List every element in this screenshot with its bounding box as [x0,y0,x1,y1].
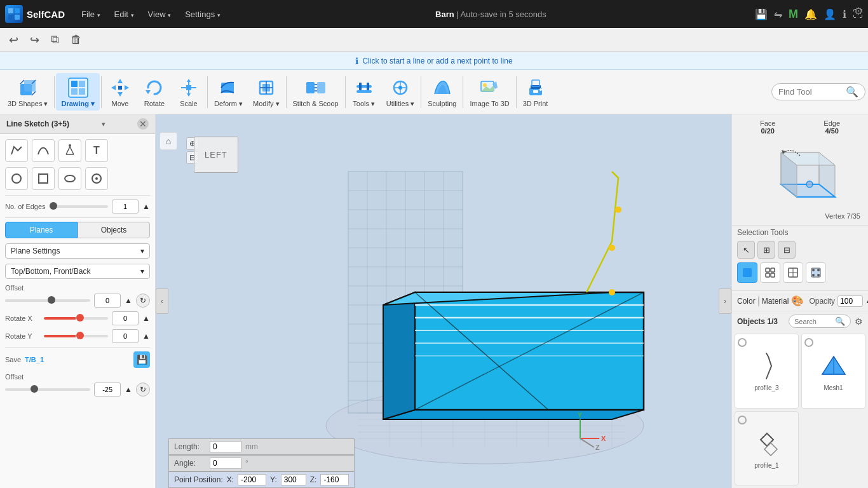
curve-tool[interactable] [32,139,55,162]
sel-tool-box[interactable]: ⊞ [757,241,775,259]
tool-modify[interactable]: Modify ▾ [248,73,284,111]
edges-spin-up[interactable]: ▲ [142,202,150,211]
text-tool[interactable]: T [85,139,108,162]
tool-sculpting[interactable]: Sculpting [423,73,461,111]
collapse-right-icon[interactable]: › [719,288,731,314]
opacity-input[interactable] [837,295,863,307]
find-tool-box[interactable]: 🔍 [771,83,865,100]
collapse-left-button[interactable]: ‹ [156,288,168,314]
tool-stitch-scoop[interactable]: Stitch & Scoop [288,73,344,111]
app-logo[interactable]: SelfCAD [5,5,65,23]
m-icon[interactable]: M [789,8,798,21]
objects-search-box[interactable]: 🔍 [789,315,851,328]
tool-image-to-3d[interactable]: Image To 3D [465,73,514,111]
circle-sketch-tool[interactable] [5,167,28,190]
sel-tool-lasso[interactable]: ⊟ [778,241,796,259]
offset2-slider[interactable] [5,388,90,391]
tool-scale[interactable]: Scale [172,73,206,111]
material-icon[interactable]: 🎨 [791,295,804,307]
angle-input[interactable] [210,458,241,469]
offset2-input[interactable] [94,383,121,396]
pen-tool[interactable] [58,139,81,162]
tool-drawing[interactable]: Drawing ▾ [56,73,99,111]
stitch-scoop-icon [304,76,328,100]
tool-rotate[interactable]: Rotate [137,73,172,111]
redo-button[interactable]: ↪ [26,30,43,50]
edges-input[interactable] [112,200,139,214]
mode-solid[interactable] [737,262,757,283]
obj-card-mesh1[interactable]: Mesh1 [801,334,865,409]
svg-rect-33 [317,82,325,93]
collapse-right-button[interactable]: › [719,288,731,314]
obj-radio-profile3[interactable] [738,338,747,347]
user-icon[interactable]: 👤 [824,8,836,20]
polyline-tool[interactable] [5,139,28,162]
obj-card-profile1[interactable]: profile_1 [735,411,799,486]
point-y-input[interactable] [281,474,306,485]
save-cloud-icon[interactable]: 💾 [755,8,768,20]
find-tool-input[interactable] [778,87,842,97]
target-sketch-tool[interactable] [85,167,108,190]
save-button[interactable]: 💾 [133,351,150,368]
menu-settings[interactable]: Settings ▾ [179,7,227,22]
obj-card-profile3[interactable]: profile_3 [735,334,799,409]
delete-button[interactable]: 🗑 [67,30,86,49]
point-x-input[interactable] [238,474,266,485]
ellipse-sketch-tool[interactable] [58,167,81,190]
objects-settings-icon[interactable]: ⚙ [855,316,863,327]
mode-grid[interactable] [760,262,780,283]
menu-edit[interactable]: Edit ▾ [108,7,140,22]
mode-point[interactable] [806,262,826,283]
panel-dropdown[interactable]: ▾ [102,120,105,128]
objects-tab[interactable]: Objects [78,222,150,238]
opacity-spin[interactable]: ▲▼ [865,298,868,304]
sel-tool-arrow[interactable]: ↖ [737,241,755,259]
tool-tools[interactable]: Tools ▾ [347,73,381,111]
menu-view[interactable]: View ▾ [142,7,178,22]
info-icon[interactable]: ℹ [843,8,846,20]
menu-file[interactable]: File ▾ [75,7,107,22]
offset2-cycle-btn[interactable]: ↻ [136,383,150,396]
tool-deform[interactable]: Deform ▾ [209,73,248,111]
objects-search-input[interactable] [794,318,832,325]
obj-radio-mesh1[interactable] [804,338,813,347]
rotate-y-spin[interactable]: ▲ [142,332,150,341]
edges-slider[interactable] [50,205,109,208]
point-z-input[interactable] [320,474,349,485]
copy-button[interactable]: ⧉ [47,30,63,49]
length-input[interactable] [210,441,241,452]
plane-orientation-dropdown[interactable]: Top/Bottom, Front/Back ▾ [5,264,150,279]
tool-move[interactable]: Move [103,73,137,111]
offset2-label: Offset [5,373,150,381]
planes-tab[interactable]: Planes [5,222,78,238]
tool-3d-shapes[interactable]: 3D Shapes ▾ [3,73,53,111]
modify-label: Modify ▾ [253,100,279,108]
rotate-y-slider[interactable] [44,335,108,337]
offset-input[interactable] [94,294,121,308]
square-sketch-tool[interactable] [32,167,55,190]
offset-spin[interactable]: ▲ [125,296,132,305]
offset-cycle-btn[interactable]: ↻ [136,294,150,308]
display-mode-row [737,262,863,283]
svg-rect-3 [15,15,20,20]
sep1 [54,76,55,108]
cube-navigator[interactable] [732,137,868,212]
utilities-label: Utilities ▾ [386,100,415,108]
offset2-spin[interactable]: ▲ [125,385,132,394]
obj-radio-profile1[interactable] [738,416,747,424]
undo-button[interactable]: ↩ [5,30,22,50]
tool-3d-print[interactable]: 3D Print [518,73,553,111]
collapse-left-icon[interactable]: ‹ [156,288,168,314]
tool-utilities[interactable]: Utilities ▾ [381,73,420,111]
rotate-x-spin[interactable]: ▲ [142,314,150,323]
mode-wire[interactable] [783,262,803,283]
rotate-y-input[interactable] [112,329,139,343]
color-swatch[interactable] [758,295,759,307]
plane-settings-dropdown[interactable]: Plane Settings ▾ [5,243,150,259]
panel-close-button[interactable]: ✕ [137,118,149,130]
offset-slider[interactable] [5,299,90,302]
bell-icon[interactable]: 🔔 [804,8,817,20]
share-icon[interactable]: ⇋ [774,8,782,20]
rotate-x-slider[interactable] [44,317,108,320]
rotate-x-input[interactable] [112,311,139,325]
